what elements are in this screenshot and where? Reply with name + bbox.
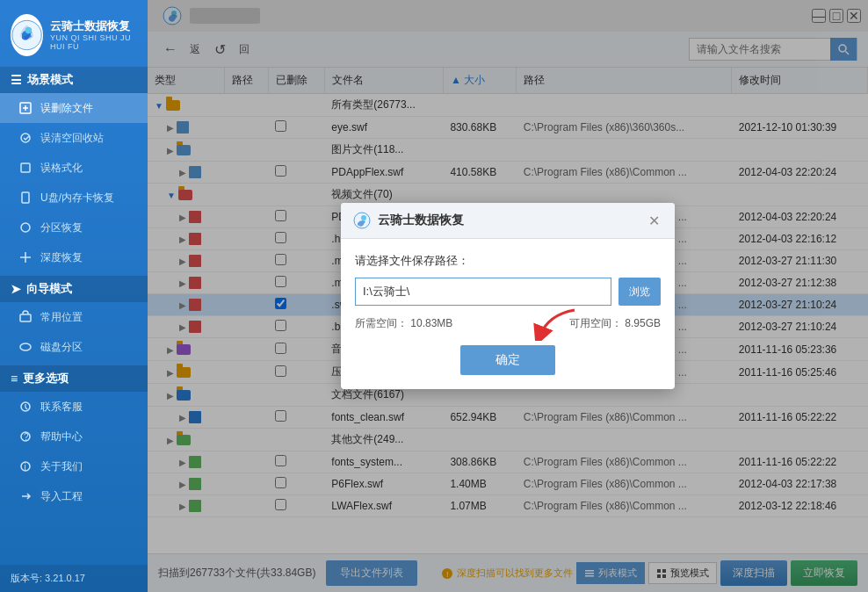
version-bar: 版本号: 3.21.0.17 xyxy=(0,565,148,592)
sidebar-item-wrong-delete[interactable]: 误删除文件 xyxy=(0,93,148,123)
dialog-close-button[interactable]: ✕ xyxy=(645,212,662,229)
wrong-format-icon xyxy=(18,160,33,176)
import-label: 导入工程 xyxy=(40,489,83,504)
import-icon xyxy=(18,488,33,504)
svg-point-3 xyxy=(21,134,30,142)
version-text: 版本号: 3.21.0.17 xyxy=(11,573,85,583)
help-icon: ? xyxy=(18,429,33,444)
svg-rect-4 xyxy=(21,163,30,172)
more-icon: ≡ xyxy=(11,372,18,386)
space-available-value: 8.95GB xyxy=(625,317,661,329)
space-needed-value: 10.83MB xyxy=(410,317,452,329)
save-path-dialog: 云骑士数据恢复 ✕ 请选择文件保存路径： 浏览 xyxy=(341,203,675,389)
sidebar-item-deep[interactable]: 深度恢复 xyxy=(0,242,148,272)
wrong-delete-icon xyxy=(18,100,33,116)
deep-label: 深度恢复 xyxy=(40,250,83,265)
dialog-info-row: 所需空间： 10.83MB 可用空间： 8.95GB xyxy=(355,316,661,331)
svg-rect-5 xyxy=(22,192,29,203)
svg-text:?: ? xyxy=(24,432,29,442)
space-available-label: 可用空间： xyxy=(569,317,622,329)
sidebar-item-usb[interactable]: U盘/内存卡恢复 xyxy=(0,183,148,213)
sidebar: 云骑士数据恢复 YUN QI SHI SHU JU HUI FU ☰ 场景模式 … xyxy=(0,0,148,592)
help-label: 帮助中心 xyxy=(40,430,83,444)
section-scene-label: 场景模式 xyxy=(27,72,73,88)
section-wizard-label: 向导模式 xyxy=(26,281,72,297)
scene-icon: ☰ xyxy=(11,73,22,87)
sidebar-item-import[interactable]: 导入工程 xyxy=(0,481,148,511)
usb-icon xyxy=(18,190,33,206)
space-needed-info: 所需空间： 10.83MB xyxy=(355,316,452,331)
sidebar-item-contact[interactable]: 联系客服 xyxy=(0,392,148,422)
logo-area: 云骑士数据恢复 YUN QI SHI SHU JU HUI FU xyxy=(0,0,148,67)
space-available-info: 可用空间： 8.95GB xyxy=(569,316,661,331)
sidebar-item-partition[interactable]: 分区恢复 xyxy=(0,213,148,242)
sidebar-item-help[interactable]: ? 帮助中心 xyxy=(0,422,148,451)
contact-label: 联系客服 xyxy=(40,400,83,415)
common-loc-icon xyxy=(18,309,33,325)
section-scene: ☰ 场景模式 xyxy=(0,67,148,93)
svg-rect-7 xyxy=(20,314,31,321)
deep-icon xyxy=(18,249,33,265)
dialog-title-bar: 云骑士数据恢复 ✕ xyxy=(341,203,675,239)
partition-icon xyxy=(18,220,33,235)
about-label: 关于我们 xyxy=(40,459,83,474)
about-icon: i xyxy=(18,458,33,474)
wrong-recycle-icon xyxy=(18,130,33,146)
wizard-icon: ➤ xyxy=(11,282,21,296)
section-more-label: 更多选项 xyxy=(23,371,69,386)
dialog-path-label: 请选择文件保存路径： xyxy=(355,253,661,269)
wrong-recycle-label: 误清空回收站 xyxy=(40,131,104,146)
contact-icon xyxy=(18,399,33,415)
partition-label: 分区恢复 xyxy=(40,220,83,235)
app-subtitle: YUN QI SHI SHU JU HUI FU xyxy=(50,33,137,51)
app-title: 云骑士数据恢复 xyxy=(50,19,137,34)
confirm-button[interactable]: 确定 xyxy=(460,345,555,375)
space-needed-label: 所需空间： xyxy=(355,317,408,329)
svg-point-27 xyxy=(361,215,366,220)
svg-text:i: i xyxy=(25,462,26,472)
sidebar-item-about[interactable]: i 关于我们 xyxy=(0,451,148,481)
common-loc-label: 常用位置 xyxy=(40,310,83,325)
svg-point-6 xyxy=(21,223,30,232)
wrong-format-label: 误格式化 xyxy=(40,161,83,176)
disk-icon xyxy=(18,339,33,355)
sidebar-item-wrong-recycle[interactable]: 误清空回收站 xyxy=(0,123,148,153)
section-wizard: ➤ 向导模式 xyxy=(0,276,148,302)
disk-label: 磁盘分区 xyxy=(40,340,83,355)
path-input[interactable] xyxy=(355,278,611,306)
dialog-body: 请选择文件保存路径： 浏览 xyxy=(341,239,675,389)
sidebar-item-disk[interactable]: 磁盘分区 xyxy=(0,332,148,362)
dialog-logo-icon xyxy=(353,212,371,229)
wrong-delete-label: 误删除文件 xyxy=(40,101,93,116)
dialog-path-row: 浏览 xyxy=(355,278,661,306)
usb-label: U盘/内存卡恢复 xyxy=(40,191,114,206)
sidebar-item-wrong-format[interactable]: 误格式化 xyxy=(0,153,148,183)
svg-point-1 xyxy=(25,27,32,33)
browse-button[interactable]: 浏览 xyxy=(618,278,661,306)
dialog-overlay: 云骑士数据恢复 ✕ 请选择文件保存路径： 浏览 xyxy=(148,0,868,592)
section-more: ≡ 更多选项 xyxy=(0,365,148,392)
logo-icon xyxy=(11,14,43,56)
dialog-title: 云骑士数据恢复 xyxy=(378,213,638,228)
sidebar-item-common-loc[interactable]: 常用位置 xyxy=(0,302,148,332)
svg-point-8 xyxy=(20,343,31,350)
